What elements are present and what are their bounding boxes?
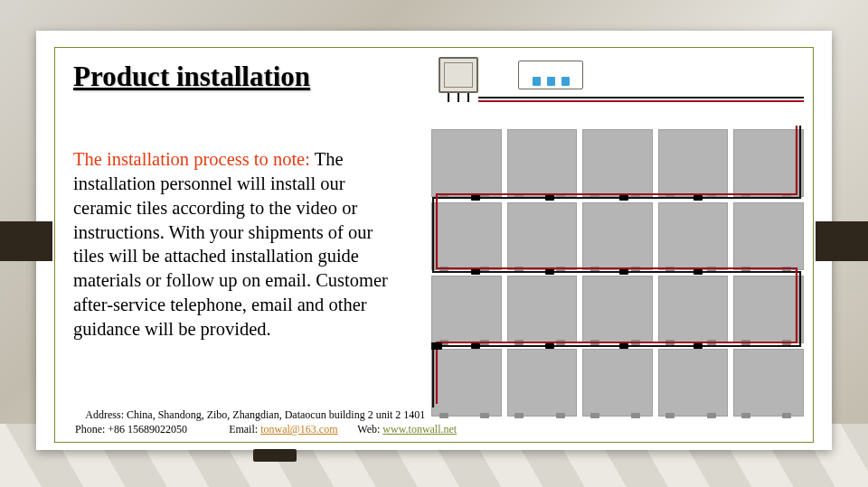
email-label: Email:	[229, 423, 258, 435]
body-text: The installation personnel will install …	[73, 149, 388, 339]
footer-contact-line: Phone: +86 15689022050 Email: tonwal@163…	[75, 422, 793, 436]
installation-diagram	[428, 52, 807, 422]
tile	[507, 202, 578, 270]
tile	[582, 276, 653, 343]
tile	[507, 349, 578, 417]
phone-label: Phone:	[75, 423, 105, 435]
tile	[431, 129, 502, 197]
main-wire-red	[478, 100, 804, 102]
web-link[interactable]: www.tonwall.net	[382, 423, 457, 435]
main-wire-black	[478, 97, 804, 98]
bottom-nub	[253, 449, 297, 462]
body-paragraph: The installation process to note: The in…	[73, 147, 399, 342]
tile	[658, 349, 729, 417]
tile	[733, 349, 804, 417]
junction-leads	[448, 93, 469, 102]
tile	[582, 129, 653, 197]
note-label: The installation process to note:	[73, 149, 310, 169]
circuit-breaker-icon	[518, 61, 583, 89]
slide-border: Product installation The installation pr…	[54, 47, 814, 443]
email-link[interactable]: tonwal@163.com	[260, 423, 337, 435]
tile	[733, 276, 804, 343]
left-spine-bar	[0, 221, 52, 261]
tile	[582, 202, 653, 270]
junction-box-icon	[439, 57, 478, 93]
tile	[431, 349, 502, 417]
tile	[507, 276, 578, 343]
tile	[658, 129, 729, 197]
tile	[582, 349, 653, 417]
tile-grid	[431, 129, 804, 417]
tile	[658, 276, 729, 343]
slide-card: Product installation The installation pr…	[36, 31, 832, 450]
address-label: Address:	[85, 408, 124, 421]
tile	[658, 202, 729, 270]
tile	[733, 129, 804, 197]
tile	[507, 129, 578, 197]
right-spine-bar	[816, 221, 868, 261]
tile	[431, 276, 502, 343]
tile	[733, 202, 804, 270]
web-label: Web:	[357, 423, 380, 435]
address-value: China, Shandong, Zibo, Zhangdian, Dataoc…	[124, 408, 425, 421]
phone-value: +86 15689022050	[105, 423, 187, 435]
tile	[431, 202, 502, 270]
